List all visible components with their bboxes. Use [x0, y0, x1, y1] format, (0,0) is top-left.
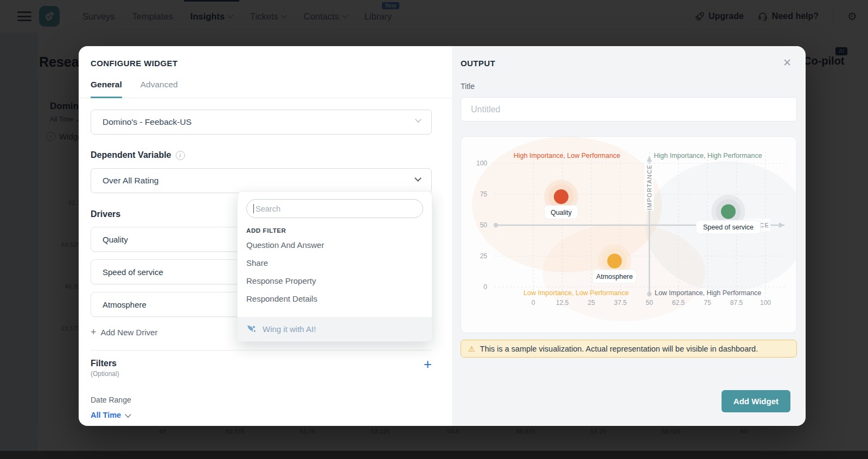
x-tick-label: 25	[588, 299, 595, 307]
add-filter-section-label: ADD FILTER	[246, 227, 423, 234]
configure-widget-modal: CONFIGURE WIDGET General Advanced Domino…	[79, 46, 806, 426]
info-icon: i	[176, 151, 185, 160]
add-new-driver-button[interactable]: + Add New Driver	[91, 327, 158, 338]
x-tick-label: 0	[532, 299, 535, 307]
output-pane: OUTPUT ✕ Title PERFORMANCE	[452, 46, 806, 426]
y-tick-label: 50	[480, 221, 488, 229]
y-axis-title: IMPORTANCE	[646, 164, 653, 210]
warning-icon: ⚠	[468, 345, 475, 353]
x-tick-label: 62.5	[672, 299, 685, 307]
add-widget-button[interactable]: Add Widget	[722, 390, 790, 412]
y-tick-label: 100	[476, 160, 487, 167]
add-filter-dropdown: ADD FILTER Question And AnswerShareRespo…	[237, 191, 432, 342]
search-input[interactable]	[246, 199, 423, 218]
x-tick-label: 50	[646, 299, 653, 307]
y-tick-label: 0	[483, 283, 487, 291]
filter-options-list: Question And AnswerShareResponse Propert…	[238, 236, 432, 308]
x-tick-label: 87.5	[730, 299, 743, 307]
quadrant-label-bottom-left: Low Importance, Low Performance	[524, 289, 629, 297]
point-label: Quality	[551, 209, 572, 216]
feather-ai-icon	[246, 324, 257, 334]
warning-text: This is a sample visualization. Actual r…	[480, 345, 758, 353]
survey-select[interactable]: Domino's - Feeback-US	[91, 110, 432, 135]
dependent-variable-value: Over All Rating	[103, 176, 158, 186]
x-tick-label: 75	[704, 299, 711, 307]
x-tick-label: 100	[760, 299, 771, 307]
text-cursor	[253, 204, 254, 213]
point-label: Speed of service	[703, 224, 754, 231]
chart-preview-card: PERFORMANCE IMPORTANCE High Importance, …	[461, 136, 797, 333]
date-range-label: Date Range	[91, 396, 432, 404]
configure-pane: CONFIGURE WIDGET General Advanced Domino…	[79, 46, 452, 426]
filter-option[interactable]: Respondent Details	[238, 290, 432, 308]
dependent-variable-label: Dependent Variable i	[91, 150, 432, 160]
quadrant-chart: PERFORMANCE IMPORTANCE High Importance, …	[461, 137, 797, 321]
filter-option[interactable]: Share	[238, 254, 432, 272]
filters-heading: Filters (Optional)	[91, 359, 119, 378]
wing-it-with-ai-option[interactable]: Wing it with AI!	[238, 317, 432, 341]
modal-tabs: General Advanced	[79, 80, 452, 98]
sample-visualization-warning: ⚠ This is a sample visualization. Actual…	[461, 340, 797, 358]
divider	[91, 350, 432, 350]
date-range-select[interactable]: All Time	[91, 411, 130, 419]
data-point-quality: Quality	[544, 180, 578, 219]
x-tick-label: 37.5	[614, 299, 627, 307]
close-icon[interactable]: ✕	[783, 59, 792, 67]
y-tick-label: 25	[480, 252, 488, 260]
chevron-down-icon	[415, 116, 421, 122]
tab-advanced[interactable]: Advanced	[141, 80, 178, 98]
chevron-down-icon	[414, 175, 422, 182]
chevron-down-icon	[125, 411, 131, 417]
widget-title-label: Title	[461, 82, 797, 91]
dependent-variable-select[interactable]: Over All Rating	[91, 168, 432, 193]
y-tick-label: 75	[480, 190, 488, 198]
wing-it-with-ai-label: Wing it with AI!	[263, 324, 316, 334]
app-window: SurveysTemplatesInsightsTicketsContactsL…	[0, 0, 868, 459]
quadrant-label-top-left: High Importance, Low Performance	[514, 152, 621, 160]
modal-title: CONFIGURE WIDGET	[91, 59, 432, 68]
plus-icon: +	[91, 327, 97, 338]
filter-option[interactable]: Question And Answer	[238, 236, 432, 254]
quadrant-label-top-right: High Importance, High Performance	[654, 152, 762, 160]
add-filter-button[interactable]: +	[424, 359, 432, 369]
output-title: OUTPUT	[461, 59, 495, 68]
x-tick-label: 12.5	[556, 299, 569, 307]
point-label: Atmosphere	[596, 273, 633, 280]
quadrant-label-bottom-right: Low Importance, High Performance	[655, 289, 762, 297]
widget-title-input[interactable]	[461, 97, 797, 122]
tab-general[interactable]: General	[91, 80, 122, 98]
filter-option[interactable]: Response Property	[238, 272, 432, 290]
survey-select-value: Domino's - Feeback-US	[103, 117, 192, 127]
